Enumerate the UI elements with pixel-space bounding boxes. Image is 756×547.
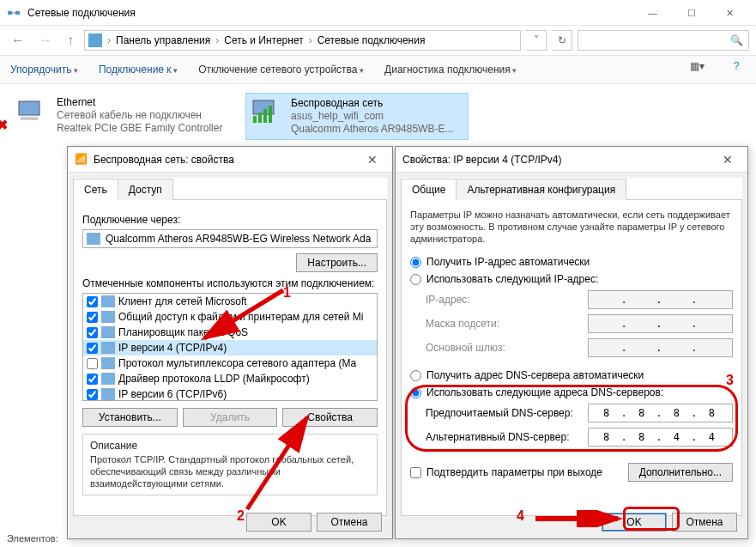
mask-label: Маска подсети: [426,318,588,330]
connection-status: asus_help_wifi_com [291,110,453,123]
component-icon [101,295,115,307]
component-checkbox[interactable] [87,389,98,400]
chevron-right-icon: › [214,34,221,46]
breadcrumb-item[interactable]: Панель управления [116,34,210,46]
tab-alt-config[interactable]: Альтернативная конфигурация [456,179,626,200]
component-row: Планировщик пакетов QoS [83,325,377,340]
organize-menu[interactable]: Упорядочить [10,64,78,76]
component-row: Драйвер протокола LLDP (Майкрософт) [83,371,377,386]
components-label: Отмеченные компоненты используются этим … [82,277,378,289]
component-row: IP версии 6 (TCP/IPv6) [83,386,377,401]
diagnose-button[interactable]: Диагностика подключения [384,64,517,76]
status-bar: Элементов: [0,530,65,547]
help-icon[interactable]: ? [727,60,746,79]
close-button[interactable]: ✕ [711,1,749,25]
address-bar: ← → ↑ › Панель управления › Сеть и Интер… [0,26,756,55]
component-icon [101,357,115,369]
search-input[interactable]: 🔍 [578,30,749,51]
connection-name: Ethernet [57,96,222,109]
component-icon [101,388,115,400]
dialog-wifi-properties: 📶 Беспроводная сеть: свойства ✕ Сеть Дос… [67,146,393,539]
forward-button[interactable]: → [34,29,57,52]
properties-button[interactable]: Свойства [282,408,378,427]
radio-ip-auto[interactable]: Получить IP-адрес автоматически [410,253,733,270]
radio-dns-manual[interactable]: Использовать следующие адреса DNS-сервер… [410,384,733,401]
component-icon [101,373,115,385]
component-checkbox[interactable] [87,358,98,369]
mask-field: . . . [588,314,733,333]
connection-status: Сетевой кабель не подключен [57,109,222,122]
breadcrumb[interactable]: › Панель управления › Сеть и Интернет › … [84,30,521,51]
connection-name: Беспроводная сеть [291,97,453,110]
connection-device: Realtek PCIe GBE Family Controller [57,122,222,135]
dns-pref-label: Предпочитаемый DNS-сервер: [426,407,588,419]
breadcrumb-item[interactable]: Сетевые подключения [318,34,426,46]
window-titlebar: Сетевые подключения — ☐ ✕ [0,0,756,26]
component-row: Общий доступ к файлам и принтерам для се… [83,309,377,325]
adapter-icon [87,233,100,245]
toolbar: Упорядочить Подключение к Отключение сет… [0,55,756,84]
confirm-on-exit-checkbox[interactable] [410,467,421,478]
configure-button[interactable]: Настроить... [296,253,378,272]
cancel-button[interactable]: Отмена [672,513,737,532]
install-button[interactable]: Установить... [82,408,178,427]
dns-alt-label: Альтернативный DNS-сервер: [426,431,588,443]
ok-button[interactable]: OK [246,513,311,532]
ok-button[interactable]: OK [602,513,667,532]
connect-via-label: Подключение через: [82,214,378,226]
connection-device: Qualcomm Atheros AR9485WB-E... [291,123,453,136]
component-checkbox[interactable] [87,374,98,385]
component-checkbox[interactable] [87,296,98,307]
back-button[interactable]: ← [7,29,29,52]
component-row: Клиент для сетей Microsoft [83,294,377,309]
gateway-field: . . . [588,338,733,357]
wifi-icon: 📶 [75,153,88,167]
window-title: Сетевые подключения [27,7,633,19]
radio-ip-manual[interactable]: Использовать следующий IP-адрес: [410,270,733,288]
connections-list: ✖ Ethernet Сетевой кабель не подключен R… [0,84,756,149]
network-icon [7,6,21,20]
intro-text: Параметры IP можно назначать автоматичес… [410,209,733,245]
search-icon: 🔍 [730,34,743,46]
uninstall-button: Удалить [183,408,278,427]
disable-button[interactable]: Отключение сетевого устройства [198,64,364,76]
up-button[interactable]: ↑ [62,29,79,52]
ethernet-icon: ✖ [15,96,50,125]
advanced-button[interactable]: Дополнительно... [628,463,733,482]
tab-access[interactable]: Доступ [118,179,173,200]
ip-address-label: IP-адрес: [426,294,588,306]
connection-ethernet[interactable]: ✖ Ethernet Сетевой кабель не подключен R… [12,93,235,140]
svg-rect-7 [258,112,262,123]
connect-menu[interactable]: Подключение к [99,64,178,76]
minimize-button[interactable]: — [633,1,672,25]
svg-rect-3 [19,101,39,115]
tab-network[interactable]: Сеть [73,179,118,200]
dns-pref-field[interactable]: 8 . 8 . 8 . 8 [588,404,733,422]
radio-dns-auto[interactable]: Получить адрес DNS-сервера автоматически [410,367,733,384]
maximize-button[interactable]: ☐ [672,1,711,25]
cancel-button[interactable]: Отмена [317,513,382,532]
gateway-label: Основной шлюз: [426,342,588,354]
tab-general[interactable]: Общие [401,179,457,200]
component-checkbox[interactable] [87,312,98,323]
component-icon [101,342,115,354]
close-button[interactable]: ✕ [360,153,385,167]
close-button[interactable]: ✕ [715,153,741,167]
breadcrumb-item[interactable]: Сеть и Интернет [224,34,303,46]
component-checkbox[interactable] [87,343,98,354]
dns-alt-field[interactable]: 8 . 8 . 4 . 4 [588,428,733,447]
component-icon [101,311,115,323]
refresh-button[interactable]: ↻ [552,30,572,51]
chevron-right-icon: › [106,34,112,46]
confirm-on-exit-label: Подтвердить параметры при выходе [426,466,602,478]
component-icon [101,326,115,338]
components-list[interactable]: Клиент для сетей Microsoft Общий доступ … [82,293,378,401]
adapter-field: Qualcomm Atheros AR9485WB-EG Wireless Ne… [82,229,378,248]
ip-address-field: . . . [588,290,733,309]
connection-wifi[interactable]: Беспроводная сеть asus_help_wifi_com Qua… [245,93,469,140]
svg-rect-4 [21,117,38,120]
dropdown-button[interactable]: ˅ [526,30,547,51]
dialog-title: Свойства: IP версии 4 (TCP/IPv4) [402,154,715,166]
view-icon[interactable]: ▦▾ [687,60,706,79]
component-checkbox[interactable] [87,327,98,338]
